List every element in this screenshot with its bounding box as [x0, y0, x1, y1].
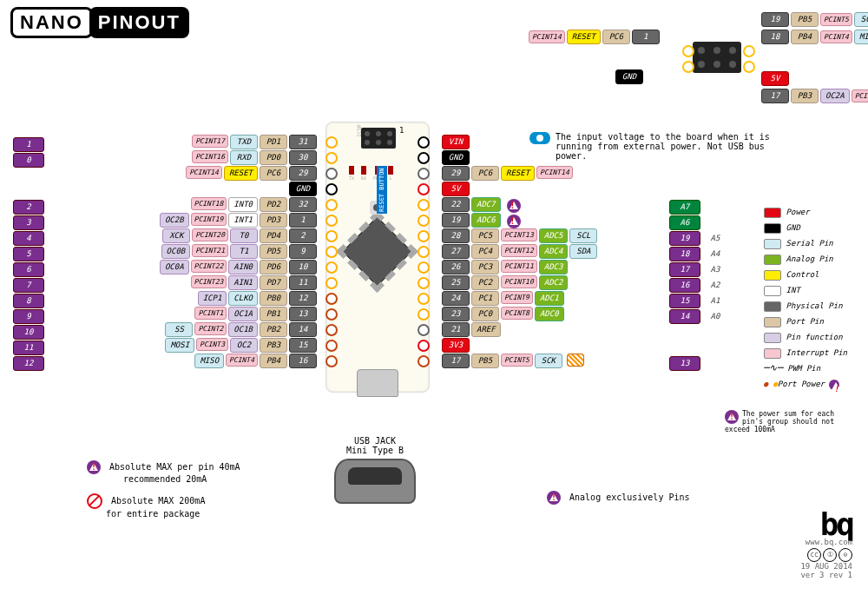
pin-hole	[326, 355, 338, 367]
pin-row-right: 26PC3PCINT11ADC3	[441, 260, 569, 274]
pin-label: OC1A	[228, 307, 258, 321]
pin-label: XCK	[162, 228, 190, 243]
pin-hole	[326, 324, 338, 336]
pin-label: RESET	[224, 166, 258, 181]
vin-note: The input voltage to the board when it i…	[529, 132, 790, 161]
pin-label: PC6	[471, 166, 499, 181]
legend-item: Physical Pin	[764, 298, 847, 314]
vin-note-text: The input voltage to the board when it i…	[556, 132, 781, 161]
pin-label: 30	[289, 150, 317, 165]
digital-pin-number: 2	[12, 197, 45, 212]
pin-label: 32	[289, 197, 317, 212]
warning-pin-max: Absolute MAX per pin 40mA recommended 20…	[87, 460, 240, 484]
pin-hole	[326, 246, 338, 258]
pin-label: ICP1	[198, 291, 227, 306]
pin-label: 29	[289, 166, 317, 181]
note-port-power: The power sum for each pin's group shoul…	[725, 410, 855, 433]
pin-label: 1	[289, 213, 317, 228]
pin-row-left: 1PD3INT1PCINT19OC2B	[49, 213, 318, 228]
legend-item: INT	[764, 282, 847, 298]
pin-label: 27	[442, 244, 470, 259]
pin-label: 2	[289, 228, 317, 243]
pin-label: 5V	[442, 182, 470, 196]
pin-label: MOSI	[165, 338, 194, 353]
pin-label: PC0	[471, 307, 499, 321]
digital-pin-number: 12	[12, 354, 45, 368]
pin-label: PCINT5	[501, 354, 533, 367]
pin-label: PC6	[602, 30, 630, 44]
arduino-pin-number: A6	[668, 213, 701, 228]
pin-label: PD4	[260, 228, 287, 243]
warning-icon	[87, 460, 101, 474]
usb-jack-title: USB JACK	[334, 436, 416, 446]
pin-row-right: 3V3	[441, 338, 470, 353]
pin-hole	[418, 246, 430, 258]
pin-row-right: 17PB5PCINT5SCK	[441, 354, 584, 368]
pin-hole	[326, 183, 338, 195]
pin-label: SDA	[569, 244, 597, 259]
pin-label: ADC1	[535, 291, 564, 306]
nano-board: 1 ICSP TXRXPWRL RESET BUTTON	[326, 122, 430, 393]
arduino-pin-number: 17A3	[668, 260, 729, 274]
pin-hole	[418, 168, 430, 180]
pin-label: RXD	[230, 150, 258, 165]
title-pinout: PINOUT	[89, 7, 189, 38]
pin-label: PCINT14	[186, 166, 222, 179]
pin-label: 26	[442, 260, 470, 274]
pin-label: PC1	[471, 291, 499, 306]
pin-row-right: GND	[441, 150, 470, 165]
pin-hole	[326, 293, 338, 305]
pin-row-right: 24PC1PCINT9ADC1	[441, 291, 565, 306]
pin-label: 18	[761, 30, 789, 44]
pin-label: GND	[442, 150, 470, 165]
pin-label: T1	[230, 244, 258, 259]
pin-row-left: GND	[49, 182, 318, 196]
digital-pin-number: 4	[12, 228, 45, 243]
icsp-pin-labels: GND	[615, 69, 644, 84]
pin-hole	[326, 261, 338, 274]
pin-label: PCINT22	[191, 260, 227, 273]
footer-url: www.bq.com	[800, 538, 852, 546]
pin-label: 22	[442, 197, 470, 212]
pin-label: 25	[442, 275, 470, 290]
pin-label: PCINT18	[191, 197, 227, 210]
pin-label: OC0B	[161, 244, 191, 259]
pin-row-left: 2PD4T0PCINT20XCK	[49, 228, 318, 243]
pin-label: 9	[289, 244, 317, 259]
digital-pin-number: 8	[12, 291, 45, 306]
pin-label: T0	[230, 228, 258, 243]
pin-label: PCINT1	[194, 307, 227, 320]
pin-label: PCINT23	[191, 275, 227, 288]
arduino-pin-number: 13	[668, 354, 701, 368]
pin-row-right: 28PC5PCINT13ADC5SCL	[441, 228, 598, 243]
note-analog-only: Analog exclusively Pins	[547, 491, 690, 505]
pin-row-left: 14PB2OC1BPCINT2SS	[49, 322, 318, 337]
digital-pin-number: 11	[12, 338, 45, 353]
arduino-pin-number: 16A2	[668, 275, 729, 290]
legend-item: Control	[764, 267, 847, 282]
icsp-pin-labels: PCINT14RESETPC61	[528, 30, 661, 44]
pin-label: PC4	[471, 244, 499, 259]
pin-row-right: VIN	[441, 135, 470, 149]
digital-pin-number: 3	[12, 213, 45, 228]
pin-hole	[418, 308, 430, 321]
pin-label: RESET	[567, 30, 601, 44]
warning-icon	[547, 491, 561, 505]
pin-label: PB5	[471, 354, 499, 368]
pin-label: MISO	[194, 354, 224, 368]
pin-label: PCINT8	[501, 307, 533, 320]
pin-label: OC2	[230, 338, 258, 353]
digital-pin-number: 10	[12, 322, 45, 337]
digital-pin-number: 7	[12, 275, 45, 290]
pin-label: OC1B	[228, 322, 258, 337]
pin-row-right: 22ADC7	[441, 197, 524, 212]
pin-label: GND	[289, 182, 317, 196]
pin-hole	[418, 230, 430, 242]
pin-label: ADC3	[539, 260, 569, 274]
legend-item: Port Pin	[764, 314, 847, 329]
pin-row-left: 32PD2INT0PCINT18	[49, 197, 318, 212]
pin-label: 12	[289, 291, 317, 306]
pin-label: PCINT9	[501, 291, 533, 304]
title: NANOPINOUT	[10, 7, 189, 38]
pin-label: PCINT4	[226, 354, 258, 367]
